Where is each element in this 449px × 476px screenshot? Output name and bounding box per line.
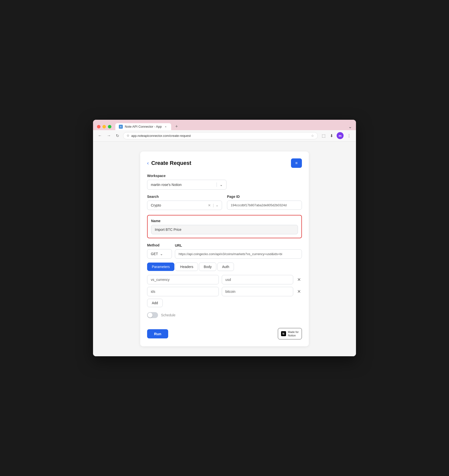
browser-navbar: ← → ↻ ⊙ app.noteapiconnector.com/create-…: [93, 130, 356, 142]
browser-more-icon[interactable]: ⋮: [346, 132, 352, 139]
param-value-2[interactable]: [222, 287, 293, 296]
workspace-value: martin rose's Notion: [151, 183, 182, 187]
schedule-label: Schedule: [161, 313, 175, 317]
param-key-1[interactable]: [147, 275, 219, 284]
search-pageid-row: Search Crypto ✕ | ⌄ Page ID: [147, 195, 302, 210]
hamburger-menu-button[interactable]: ≡: [291, 158, 302, 168]
traffic-lights: [97, 125, 111, 128]
user-avatar[interactable]: m: [337, 132, 344, 139]
url-label: URL: [175, 243, 302, 247]
close-button[interactable]: [97, 125, 100, 128]
tab-bar: A Note API Connector - App × +: [115, 123, 344, 130]
select-divider: [217, 182, 217, 187]
browser-nav-icons: ⬚ ⬇ m ⋮: [321, 132, 352, 139]
page-title: Create Request: [151, 160, 191, 166]
back-nav-button[interactable]: ←: [97, 132, 103, 139]
extensions-icon[interactable]: ⬚: [321, 132, 326, 139]
schedule-row: Schedule: [147, 312, 302, 318]
card-footer: Run N Made for Notion: [147, 328, 302, 340]
run-button[interactable]: Run: [147, 329, 168, 338]
param-delete-1[interactable]: ✕: [296, 276, 302, 283]
name-section: Name: [147, 215, 302, 238]
address-security-icon: ⊙: [127, 134, 129, 137]
name-input[interactable]: [151, 225, 298, 234]
minimize-button[interactable]: [102, 125, 106, 128]
notion-label: Notion: [288, 334, 299, 337]
card-header: ‹ Create Request ≡: [147, 158, 302, 168]
tab-title: Note API Connector - App: [125, 125, 162, 128]
parameters-section: ✕ ✕: [147, 275, 302, 296]
back-button[interactable]: ‹: [147, 160, 149, 166]
notion-logo-icon: N: [281, 331, 286, 336]
made-for-text: Made for Notion: [288, 330, 299, 337]
method-chevron-icon: ⌄: [160, 252, 163, 256]
refresh-nav-button[interactable]: ↻: [115, 132, 120, 139]
page-id-col: Page ID: [227, 195, 302, 210]
toggle-knob: [148, 313, 153, 318]
tab-body[interactable]: Body: [199, 263, 216, 271]
made-for-label: Made for: [288, 330, 299, 334]
made-for-notion-badge: N Made for Notion: [278, 328, 302, 340]
browser-window: A Note API Connector - App × + ⌄ ← → ↻ ⊙…: [93, 120, 356, 357]
param-row-1: ✕: [147, 275, 302, 284]
bookmark-icon[interactable]: ☆: [311, 134, 314, 138]
download-icon[interactable]: ⬇: [329, 132, 334, 139]
tab-parameters[interactable]: Parameters: [147, 263, 174, 271]
search-col: Search Crypto ✕ | ⌄: [147, 195, 222, 210]
tab-close-button[interactable]: ×: [164, 125, 168, 129]
workspace-chevron-icon: ⌄: [220, 183, 223, 187]
search-clear-icon[interactable]: ✕: [208, 203, 211, 207]
search-label: Search: [147, 195, 222, 199]
address-text: app.noteapiconnector.com/create-request: [131, 134, 309, 138]
browser-titlebar: A Note API Connector - App × + ⌄: [93, 120, 356, 130]
tab-favicon-icon: A: [119, 125, 123, 129]
param-row-2: ✕: [147, 287, 302, 296]
active-tab[interactable]: A Note API Connector - App ×: [115, 123, 171, 130]
param-delete-2[interactable]: ✕: [296, 288, 302, 295]
card-title-group: ‹ Create Request: [147, 160, 191, 166]
method-value: GET: [151, 252, 158, 256]
forward-nav-button[interactable]: →: [106, 132, 112, 139]
create-request-card: ‹ Create Request ≡ Workspace martin rose…: [140, 151, 309, 347]
search-value: Crypto: [151, 203, 208, 207]
browser-menu-icon[interactable]: ⌄: [348, 124, 352, 129]
tab-auth[interactable]: Auth: [217, 263, 234, 271]
workspace-label: Workspace: [147, 174, 302, 178]
tab-headers[interactable]: Headers: [175, 263, 198, 271]
search-actions: ✕ | ⌄: [208, 203, 218, 207]
method-col: Method GET ⌄: [147, 243, 172, 259]
new-tab-button[interactable]: +: [173, 123, 180, 130]
page-content: ‹ Create Request ≡ Workspace martin rose…: [93, 142, 356, 357]
url-col: URL: [175, 243, 302, 259]
schedule-toggle[interactable]: [147, 312, 158, 318]
page-id-input[interactable]: [227, 201, 302, 210]
name-label: Name: [151, 219, 298, 223]
add-param-button[interactable]: Add: [147, 299, 163, 307]
search-chevron-icon: ⌄: [216, 204, 218, 207]
method-label: Method: [147, 243, 172, 247]
workspace-select[interactable]: martin rose's Notion ⌄: [147, 180, 226, 190]
maximize-button[interactable]: [108, 125, 111, 128]
search-field[interactable]: Crypto ✕ | ⌄: [147, 201, 222, 210]
url-input[interactable]: [175, 249, 302, 259]
workspace-section: Workspace martin rose's Notion ⌄: [147, 174, 302, 190]
address-bar[interactable]: ⊙ app.noteapiconnector.com/create-reques…: [123, 132, 318, 139]
page-id-label: Page ID: [227, 195, 302, 199]
param-key-2[interactable]: [147, 287, 219, 296]
param-value-1[interactable]: [222, 275, 293, 284]
method-select[interactable]: GET ⌄: [147, 249, 172, 259]
method-url-row: Method GET ⌄ URL: [147, 243, 302, 259]
tabs-row: Parameters Headers Body Auth: [147, 263, 302, 271]
